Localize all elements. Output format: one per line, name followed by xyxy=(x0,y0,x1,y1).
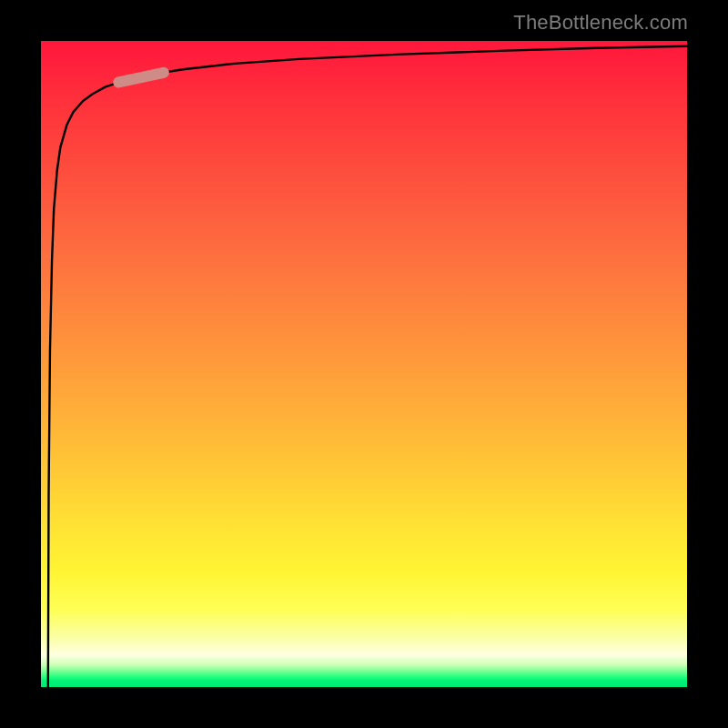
chart-stage: TheBottleneck.com xyxy=(0,0,728,728)
plot-gradient-area xyxy=(41,41,687,687)
credit-text: TheBottleneck.com xyxy=(513,11,688,35)
